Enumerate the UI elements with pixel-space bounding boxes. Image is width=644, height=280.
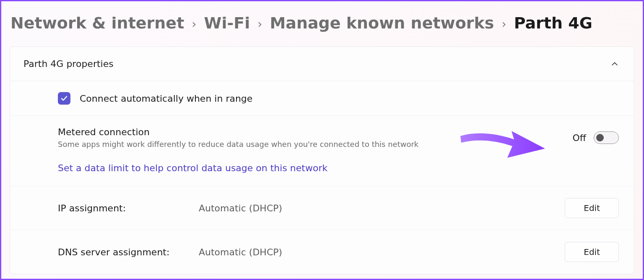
metered-toggle-state: Off bbox=[573, 133, 586, 143]
ip-assignment-edit-button[interactable]: Edit bbox=[565, 198, 619, 218]
breadcrumb-manage-known-networks[interactable]: Manage known networks bbox=[270, 14, 494, 32]
metered-subtitle: Some apps might work differently to redu… bbox=[58, 140, 418, 149]
metered-toggle[interactable] bbox=[594, 131, 619, 144]
properties-header[interactable]: Parth 4G properties bbox=[10, 47, 634, 81]
metered-title: Metered connection bbox=[58, 127, 418, 137]
breadcrumb: Network & internet › Wi-Fi › Manage know… bbox=[1, 1, 643, 46]
chevron-right-icon: › bbox=[257, 17, 262, 31]
dns-assignment-row: DNS server assignment: Automatic (DHCP) … bbox=[10, 230, 634, 274]
dns-assignment-edit-button[interactable]: Edit bbox=[565, 242, 619, 262]
properties-panel: Parth 4G properties Connect automaticall… bbox=[10, 46, 634, 274]
ip-assignment-row: IP assignment: Automatic (DHCP) Edit bbox=[10, 186, 634, 230]
metered-connection-row: Metered connection Some apps might work … bbox=[10, 116, 634, 186]
check-icon bbox=[60, 95, 68, 102]
ip-assignment-label: IP assignment: bbox=[58, 203, 199, 213]
ip-assignment-value: Automatic (DHCP) bbox=[199, 203, 565, 213]
properties-title: Parth 4G properties bbox=[23, 59, 114, 69]
connect-auto-row: Connect automatically when in range bbox=[10, 81, 634, 116]
breadcrumb-wifi[interactable]: Wi-Fi bbox=[204, 14, 250, 32]
breadcrumb-current: Parth 4G bbox=[514, 14, 592, 32]
dns-assignment-label: DNS server assignment: bbox=[58, 247, 199, 257]
data-limit-link[interactable]: Set a data limit to help control data us… bbox=[58, 163, 327, 173]
connect-auto-checkbox[interactable] bbox=[58, 92, 70, 105]
dns-assignment-value: Automatic (DHCP) bbox=[199, 247, 565, 257]
toggle-knob-icon bbox=[596, 134, 604, 141]
connect-auto-label: Connect automatically when in range bbox=[80, 93, 252, 104]
chevron-right-icon: › bbox=[501, 17, 506, 31]
breadcrumb-network-internet[interactable]: Network & internet bbox=[10, 14, 184, 32]
chevron-up-icon bbox=[610, 60, 619, 68]
chevron-right-icon: › bbox=[192, 17, 196, 31]
